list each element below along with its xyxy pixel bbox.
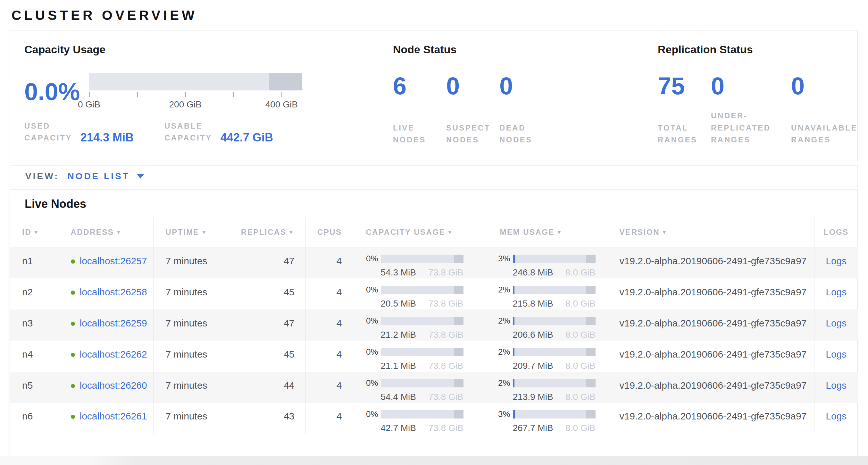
column-header-logs: LOGS (814, 217, 858, 247)
node-address-link[interactable]: localhost:26257 (80, 256, 147, 266)
column-header-address[interactable]: ADDRESS▼ (58, 217, 153, 247)
logs-link[interactable]: Logs (826, 380, 846, 390)
logs-link[interactable]: Logs (826, 318, 846, 328)
node-id-cell: n2 (10, 278, 58, 310)
node-logs-cell: Logs (814, 247, 858, 278)
node-logs-cell: Logs (814, 372, 858, 403)
capacity-usage-title: Capacity Usage (24, 43, 383, 56)
capacity-total-value: 73.8 GiB (429, 392, 464, 402)
live-nodes-card: Live Nodes ID▼ ADDRESS▼ UPTIME▼ REPLICAS… (10, 189, 858, 456)
page-title: CLUSTER OVERVIEW (11, 8, 197, 23)
capacity-axis-labels: 0 GiB 200 GiB 400 GiB (89, 99, 302, 110)
dead-nodes-label: DEADNODES (499, 122, 532, 146)
capacity-total-value: 73.8 GiB (429, 423, 464, 433)
suspect-nodes-stat: 0 SUSPECTNODES (446, 74, 499, 146)
node-mem-usage-cell: 3% 246.8 MiB 8.0 GiB (485, 247, 611, 278)
node-mem-usage-cell: 2% 215.8 MiB 8.0 GiB (485, 278, 611, 310)
capacity-total-value: 73.8 GiB (429, 361, 464, 371)
logs-link[interactable]: Logs (826, 411, 846, 422)
column-header-uptime[interactable]: UPTIME▼ (153, 217, 225, 247)
logs-link[interactable]: Logs (826, 287, 846, 297)
usable-capacity-label: USABLE (164, 120, 212, 132)
capacity-percent-label: 0% (358, 409, 378, 419)
total-ranges-value: 75 (658, 74, 685, 98)
logs-link[interactable]: Logs (826, 256, 846, 266)
node-status-section: Node Status 6 LIVENODES 0 SUSPECTNODES 0… (383, 30, 646, 161)
table-row: n1 localhost:26257 7 minutes 47 4 0% 54.… (10, 247, 858, 278)
node-cpus-cell: 4 (306, 372, 353, 403)
capacity-used-value: 42.7 MiB (381, 423, 416, 433)
node-mem-usage-cell: 2% 209.7 MiB 8.0 GiB (485, 341, 611, 372)
node-address-cell: localhost:26260 (58, 372, 153, 403)
used-capacity-label-2: CAPACITY (24, 132, 72, 144)
column-header-capacity-usage[interactable]: CAPACITY USAGE▼ (353, 217, 485, 247)
node-replicas-cell: 47 (225, 247, 306, 278)
sort-desc-icon: ▼ (556, 229, 562, 235)
node-cpus-cell: 4 (306, 341, 353, 372)
mem-usage-bar (513, 410, 595, 418)
mem-total-value: 8.0 GiB (565, 361, 595, 371)
unavailable-ranges-label: UNAVAILABLERANGES (791, 122, 858, 146)
node-replicas-cell: 45 (225, 341, 306, 372)
capacity-total-value: 73.8 GiB (429, 298, 464, 309)
mem-percent-label: 2% (490, 378, 510, 388)
node-address-link[interactable]: localhost:26260 (80, 380, 147, 390)
sort-desc-icon: ▼ (288, 229, 294, 235)
sort-desc-icon: ▼ (33, 229, 39, 235)
node-address-link[interactable]: localhost:26258 (80, 287, 147, 297)
axis-label-400gib: 400 GiB (266, 99, 298, 110)
chevron-down-icon[interactable] (137, 174, 144, 179)
capacity-percent: 0.0% (24, 80, 82, 104)
node-uptime-cell: 7 minutes (153, 310, 225, 341)
table-row: n5 localhost:26260 7 minutes 44 4 0% 54.… (10, 372, 858, 403)
node-mem-usage-cell: 2% 206.6 MiB 8.0 GiB (485, 310, 611, 341)
mem-used-value: 215.8 MiB (513, 298, 553, 309)
logs-link[interactable]: Logs (826, 349, 846, 359)
node-cpus-cell: 4 (306, 310, 353, 341)
used-capacity-label: USED (24, 120, 72, 132)
node-version-cell: v19.2.0-alpha.20190606-2491-gfe735c9a97 (611, 278, 814, 310)
capacity-usage-bar (381, 255, 464, 263)
node-logs-cell: Logs (814, 310, 858, 341)
node-capacity-usage-cell: 0% 20.5 MiB 73.8 GiB (353, 278, 485, 310)
mem-percent-label: 2% (490, 316, 510, 326)
cluster-summary-card: Capacity Usage 0.0% 0 GiB 200 GiB (10, 30, 858, 161)
used-capacity-value: 214.3 MiB (81, 131, 142, 144)
column-header-mem-usage[interactable]: MEM USAGE▼ (485, 217, 611, 247)
mem-used-value: 267.7 MiB (513, 423, 553, 433)
node-uptime-cell: 7 minutes (153, 278, 225, 310)
capacity-usage-bar (381, 379, 464, 387)
capacity-used-value: 21.1 MiB (381, 361, 416, 371)
mem-usage-bar (513, 255, 595, 263)
node-status-title: Node Status (393, 43, 646, 56)
mem-percent-label: 3% (490, 409, 510, 419)
node-address-link[interactable]: localhost:26262 (80, 349, 147, 359)
view-dropdown[interactable]: NODE LIST (67, 171, 144, 181)
capacity-usage-bar (381, 286, 464, 294)
column-header-cpus: CPUS (306, 217, 353, 247)
node-id-cell: n4 (10, 341, 58, 372)
node-uptime-cell: 7 minutes (153, 247, 225, 278)
mem-total-value: 8.0 GiB (565, 330, 595, 340)
total-ranges-label: TOTALRANGES (658, 122, 698, 146)
view-label: VIEW: (25, 171, 59, 181)
node-capacity-usage-cell: 0% 21.2 MiB 73.8 GiB (353, 310, 485, 341)
table-row: n2 localhost:26258 7 minutes 45 4 0% 20.… (10, 278, 858, 310)
node-cpus-cell: 4 (306, 247, 353, 278)
node-address-link[interactable]: localhost:26261 (80, 411, 147, 422)
live-nodes-value: 6 (393, 74, 406, 98)
node-logs-cell: Logs (814, 278, 858, 310)
node-version-cell: v19.2.0-alpha.20190606-2491-gfe735c9a97 (611, 341, 814, 372)
column-header-replicas[interactable]: REPLICAS▼ (225, 217, 306, 247)
suspect-nodes-label: SUSPECTNODES (446, 122, 490, 146)
column-header-id[interactable]: ID▼ (10, 217, 58, 247)
node-live-status-dot (71, 384, 75, 388)
node-replicas-cell: 44 (225, 372, 306, 403)
capacity-used-value: 54.4 MiB (381, 392, 416, 402)
unavailable-ranges-stat: 0 UNAVAILABLERANGES (791, 74, 844, 146)
column-header-version[interactable]: VERSION▼ (611, 217, 814, 247)
usable-capacity-stat: USABLE CAPACITY 442.7 GiB (164, 120, 281, 144)
node-address-link[interactable]: localhost:26259 (80, 318, 147, 328)
unavailable-ranges-value: 0 (791, 74, 805, 98)
view-dropdown-value[interactable]: NODE LIST (67, 171, 129, 181)
